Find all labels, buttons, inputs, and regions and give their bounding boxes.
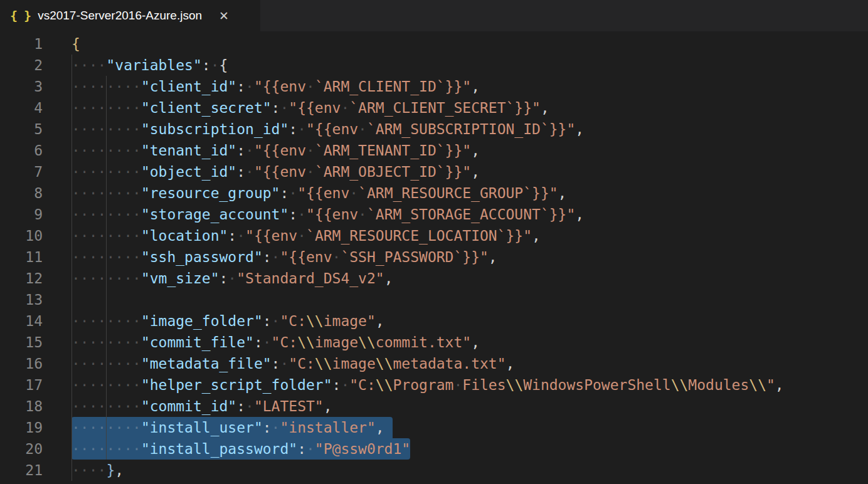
whitespace-dot: · [80,334,89,350]
code-line[interactable]: 16········"metadata_file":·"C:\\image\\m… [0,353,868,374]
whitespace-dot: · [98,78,107,95]
whitespace-dot: · [98,185,107,201]
code-line[interactable]: 21····}, [0,460,868,481]
code-line[interactable]: 20········"install_password":·"P@ssw0rd1… [0,438,868,460]
line-number[interactable]: 7 [0,161,71,182]
line-number[interactable]: 16 [0,353,71,374]
line-number[interactable]: 12 [0,268,71,289]
tab-vs2017-server2016-azure-json[interactable]: { } vs2017-Server2016-Azure.json ✕ [0,0,260,31]
whitespace-dot: · [132,78,141,95]
whitespace-dot: · [245,164,254,180]
code-line[interactable]: 9········"storage_account":·"{{env·`ARM_… [0,204,868,225]
token-str: `ARM_CLIENT_SECRET`}}" [349,100,541,116]
line-number[interactable]: 17 [0,374,71,396]
line-number[interactable]: 11 [0,246,71,268]
code-line[interactable]: 11········"ssh_password":·"{{env·`SSH_PA… [0,246,868,268]
token-punc: , [506,355,515,372]
line-number[interactable]: 3 [0,76,71,97]
token-str: Modules [688,377,749,393]
code-line[interactable]: 7········"object_id":·"{{env·`ARM_OBJECT… [0,161,868,182]
token-punc: , [384,270,393,287]
token-b2: { [219,57,228,73]
whitespace-dot: · [263,334,272,350]
whitespace-dot: · [106,377,115,393]
line-number[interactable]: 8 [0,182,71,204]
whitespace-dot: · [228,270,236,287]
line-number[interactable]: 5 [0,118,71,140]
whitespace-dot: · [132,164,141,180]
whitespace-dot: · [124,121,132,137]
whitespace-dot: · [89,462,98,478]
tab-bar: { } vs2017-Server2016-Azure.json ✕ [0,0,868,31]
whitespace-dot: · [124,164,132,180]
code-line-content: ········"helper_script_folder":·"C:\\Pro… [71,374,868,396]
whitespace-dot: · [71,270,80,287]
code-area: 1{2····"variables":·{3········"client_id… [0,33,868,481]
token-str: image [332,355,376,372]
line-number[interactable]: 1 [0,33,71,55]
code-line[interactable]: 2····"variables":·{ [0,55,868,76]
token-str: "installer" [280,419,375,436]
code-line[interactable]: 14········"image_folder":·"C:\\image", [0,310,868,332]
token-punc: , [575,121,584,137]
code-line[interactable]: 13 [0,289,868,310]
code-line[interactable]: 6········"tenant_id":·"{{env·`ARM_TENANT… [0,140,868,161]
code-line[interactable]: 8········"resource_group":·"{{env·`ARM_R… [0,182,868,204]
line-number[interactable]: 2 [0,55,71,76]
whitespace-dot: · [98,100,107,116]
code-line[interactable]: 18········"commit_id":·"LATEST", [0,396,868,417]
whitespace-dot: · [106,185,115,201]
line-number[interactable]: 21 [0,460,71,481]
token-punc: : [236,164,245,180]
code-line[interactable]: 10········"location":·"{{env·`ARM_RESOUR… [0,225,868,246]
code-line[interactable]: 4········"client_secret":·"{{env·`ARM_CL… [0,97,868,118]
whitespace-dot: · [132,398,141,414]
token-punc: , [532,228,541,244]
code-line-content: ········"commit_id":·"LATEST", [71,396,868,417]
whitespace-dot: · [453,377,462,393]
token-key: "commit_file" [141,334,254,350]
token-str: commit.txt" [376,334,471,350]
whitespace-dot: · [89,313,98,329]
code-line[interactable]: 12········"vm_size":·"Standard_DS4_v2", [0,268,868,289]
token-esc: \\ [315,355,332,372]
close-tab-icon[interactable]: ✕ [217,9,231,23]
line-number[interactable]: 13 [0,289,71,310]
token-punc: , [541,100,549,116]
line-number[interactable]: 4 [0,97,71,118]
line-number[interactable]: 20 [0,438,71,460]
whitespace-dot: · [80,57,89,73]
code-line[interactable]: 5········"subscription_id":·"{{env·`ARM_… [0,118,868,140]
line-number[interactable]: 15 [0,332,71,353]
whitespace-dot: · [132,121,141,137]
whitespace-dot: · [306,142,315,159]
code-line-content: { [71,33,868,55]
whitespace-dot: · [89,355,98,372]
whitespace-dot: · [71,78,80,95]
whitespace-dot: · [124,334,132,350]
line-number[interactable]: 14 [0,310,71,332]
whitespace-dot: · [98,228,107,244]
whitespace-dot: · [89,206,98,223]
code-line-content: ········"metadata_file":·"C:\\image\\met… [71,353,868,374]
token-str: "{{env [280,249,332,265]
line-number[interactable]: 6 [0,140,71,161]
token-esc: \\ [671,377,689,393]
whitespace-dot: · [132,249,141,265]
token-str: "C: [272,334,298,350]
token-punc: : [280,185,288,201]
code-line[interactable]: 15········"commit_file":·"C:\\image\\com… [0,332,868,353]
line-number[interactable]: 9 [0,204,71,225]
token-punc: , [489,249,497,265]
line-number[interactable]: 19 [0,417,71,438]
code-line[interactable]: 19········"install_user":·"installer", [0,417,868,438]
token-punc: : [202,57,211,73]
code-line-content: ········"location":·"{{env·`ARM_RESOURCE… [71,225,868,246]
whitespace-dot: · [124,355,132,372]
code-line[interactable]: 3········"client_id":·"{{env·`ARM_CLIENT… [0,76,868,97]
code-line[interactable]: 1{ [0,33,868,55]
line-number[interactable]: 10 [0,225,71,246]
token-key: "resource_group" [141,185,280,201]
code-line[interactable]: 17········"helper_script_folder":·"C:\\P… [0,374,868,396]
line-number[interactable]: 18 [0,396,71,417]
